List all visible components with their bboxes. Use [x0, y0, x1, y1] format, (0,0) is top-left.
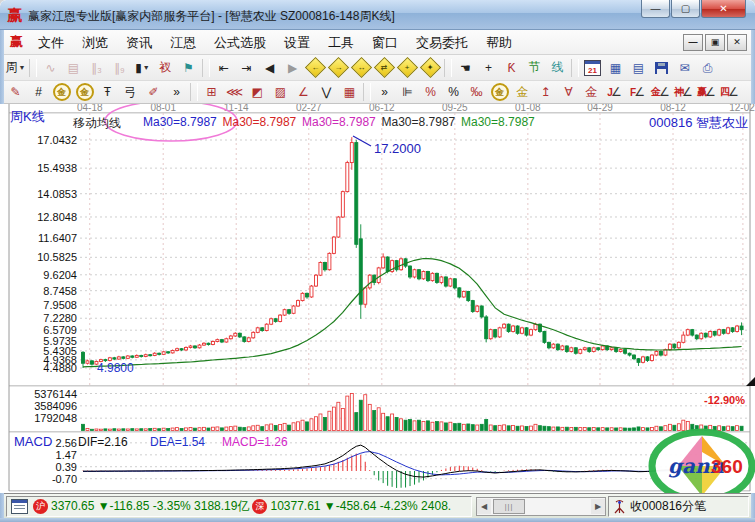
menu-item-文件[interactable]: 文件 — [29, 32, 73, 53]
pct-plain-button[interactable]: % — [443, 83, 464, 102]
scroll-right-arrow[interactable]: ▶ — [591, 499, 605, 514]
drag-hand-button[interactable]: ☚ — [455, 58, 476, 77]
toolbar-separator — [202, 59, 210, 77]
trend-curves-button[interactable]: ∿ — [40, 58, 61, 77]
antenna-icon — [613, 499, 626, 514]
notepad-button[interactable]: ▤ — [628, 58, 649, 77]
fan-in-square-button[interactable]: ◩ — [247, 83, 268, 102]
wave-a-tool-button[interactable]: ∀ — [558, 83, 579, 102]
svg-text:12-02: 12-02 — [729, 104, 755, 113]
arc-bow-tool-button[interactable]: 弓 — [120, 83, 141, 102]
measure-bars-button[interactable]: ⊫ — [397, 83, 418, 102]
printer-button[interactable]: ⎙ — [697, 58, 718, 77]
color-lines-button[interactable]: ⚑ — [178, 58, 199, 77]
window-frame-bottom — [0, 518, 755, 522]
menu-item-公式选股[interactable]: 公式选股 — [205, 32, 275, 53]
menu-item-浏览[interactable]: 浏览 — [73, 32, 117, 53]
toolbar-separator — [190, 83, 198, 101]
more-tools-1-button[interactable]: » — [166, 83, 187, 102]
svg-text:8.7458: 8.7458 — [43, 285, 77, 297]
scroll-left-arrow[interactable]: ◀ — [477, 499, 491, 514]
calculator-button[interactable]: ▦ — [605, 58, 626, 77]
title-bar[interactable]: 赢 赢家江恩专业版[赢家内部服务平台] - [智慧农业 SZ000816-148… — [0, 0, 755, 30]
info-board-button[interactable]: ▤ — [63, 58, 84, 77]
gold-equal-button[interactable]: 金 — [581, 83, 602, 102]
cycle-9-button[interactable]: ∥₉ — [109, 58, 130, 77]
bar-prev-button[interactable]: ◀ — [259, 58, 280, 77]
pencil-badge-button[interactable]: ✐ — [143, 83, 164, 102]
close-button[interactable]: ✕ — [701, 0, 746, 18]
gann-fan-button[interactable]: ⋘ — [224, 83, 245, 102]
gann-jump-left-button[interactable]: ← — [305, 58, 326, 77]
toolbar-separator — [29, 59, 37, 77]
page-first-button[interactable]: ⇤ — [213, 58, 234, 77]
pct-strike-button[interactable]: % — [420, 83, 441, 102]
horizontal-scrollbar[interactable]: ◀ ||| ▶ — [476, 497, 606, 516]
angle-f-button[interactable]: F∠ — [627, 83, 648, 102]
gold-ring-1-button[interactable]: 金 — [51, 83, 72, 102]
angle-si-button[interactable]: 四∠ — [719, 83, 740, 102]
net-transfer-button[interactable]: ✉ — [674, 58, 695, 77]
gold-ring-2-button[interactable]: 金 — [74, 83, 95, 102]
menu-item-工具[interactable]: 工具 — [319, 32, 363, 53]
menu-item-帮助[interactable]: 帮助 — [477, 32, 521, 53]
svg-text:08-12: 08-12 — [660, 104, 686, 113]
shanghai-icon: 沪 — [33, 499, 48, 514]
price-box-button[interactable]: ▨ — [270, 83, 291, 102]
angle-line-button[interactable]: ∠ — [293, 83, 314, 102]
menu-item-交易委托[interactable]: 交易委托 — [407, 32, 477, 53]
more-tools-2-button[interactable]: » — [374, 83, 395, 102]
menu-item-窗口[interactable]: 窗口 — [363, 32, 407, 53]
angle-shen-button[interactable]: 神∠ — [673, 83, 694, 102]
ma30-value-label: Ma30=8.7987 — [382, 115, 456, 129]
gold-lines-button[interactable]: 金 — [512, 83, 533, 102]
calendar-21-button[interactable]: 21 — [582, 58, 603, 77]
bar-next-button[interactable]: ▶ — [282, 58, 303, 77]
grid-overlay-button[interactable]: ▦ — [339, 83, 360, 102]
svg-text:09-25: 09-25 — [442, 104, 468, 113]
svg-text:4.4880: 4.4880 — [43, 362, 77, 374]
save-disk-button[interactable] — [651, 58, 672, 77]
gann-cross-button[interactable]: + — [397, 58, 418, 77]
festival-marker-button[interactable]: 节 — [524, 58, 545, 77]
scroll-thumb[interactable]: ||| — [493, 499, 525, 514]
calendar-icon[interactable] — [11, 499, 28, 514]
angle-j-button[interactable]: J∠ — [604, 83, 625, 102]
gann-point-button[interactable]: ✦ — [420, 58, 441, 77]
mdi-close-button[interactable]: ✕ — [727, 34, 747, 51]
wave-zigzag-button[interactable]: ⋁ — [316, 83, 337, 102]
chan-lines-button[interactable]: 线 — [547, 58, 568, 77]
pct-line-button[interactable]: ‰ — [466, 83, 487, 102]
angle-gold-button[interactable]: 金∠ — [650, 83, 671, 102]
macd-header-value: DEA=1.54 — [150, 435, 205, 449]
angle-ying-button[interactable]: 赢∠ — [696, 83, 717, 102]
menu-item-资讯[interactable]: 资讯 — [117, 32, 161, 53]
mdi-restore-button[interactable]: ▣ — [705, 34, 725, 51]
hash-ruler-button[interactable]: # — [28, 83, 49, 102]
mdi-minimize-button[interactable]: — — [683, 34, 703, 51]
period-week-selector-button[interactable]: 周▼ — [5, 58, 26, 77]
menu-item-江恩[interactable]: 江恩 — [161, 32, 205, 53]
page-last-button[interactable]: ⇥ — [236, 58, 257, 77]
minimize-button[interactable]: — — [641, 0, 670, 18]
menu-item-设置[interactable]: 设置 — [275, 32, 319, 53]
key-measure-button[interactable]: Ƙ — [501, 58, 522, 77]
gann-jump-right-button[interactable]: → — [328, 58, 349, 77]
cycle-3-button[interactable]: ∥₃ — [86, 58, 107, 77]
pane-period-label: 周K线 — [10, 108, 45, 126]
svg-text:0.39: 0.39 — [56, 461, 77, 473]
candle-style-button[interactable]: ▮▼ — [132, 58, 153, 77]
toolbar-separator — [444, 59, 452, 77]
maximize-button[interactable]: ▢ — [671, 0, 700, 18]
coin-paren-button[interactable]: 金 — [489, 83, 510, 102]
kline-overlay-button[interactable]: 衩 — [155, 58, 176, 77]
symbol-label: 000816 智慧农业 — [649, 114, 748, 132]
marker-pen-button[interactable]: ↥ — [535, 83, 556, 102]
pencil-tool-button[interactable]: ✎ — [5, 83, 26, 102]
svg-text:12.8048: 12.8048 — [37, 211, 77, 223]
f-ruler-button[interactable]: Ŧ — [97, 83, 118, 102]
gann-expand-h-button[interactable]: ↔ — [351, 58, 372, 77]
gann-square-button[interactable]: ⊞ — [201, 83, 222, 102]
gann-swap-button[interactable]: ⇄ — [374, 58, 395, 77]
crosshair-button[interactable]: + — [478, 58, 499, 77]
